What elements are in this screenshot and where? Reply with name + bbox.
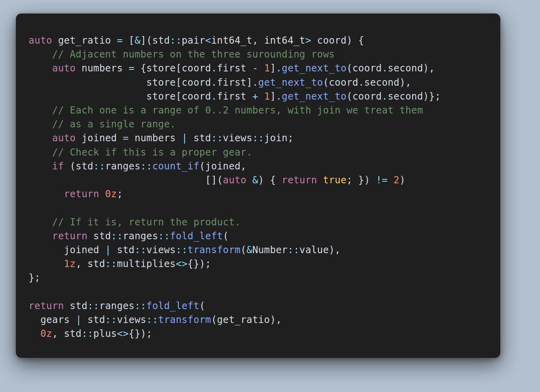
op: - (252, 62, 258, 74)
indent (29, 188, 64, 200)
op: & (135, 35, 141, 46)
op: . (276, 62, 282, 74)
number: 2 (393, 174, 399, 186)
txt: (get_ratio), (211, 314, 282, 325)
comment: // If it is, return the product. (52, 216, 241, 228)
keyword-auto: auto (52, 132, 75, 144)
number: 0z (40, 328, 52, 339)
number: 1 (264, 90, 270, 102)
txt: join; (264, 132, 293, 144)
keyword-return: return (64, 188, 99, 200)
op: <> (117, 328, 129, 339)
op: & (252, 174, 258, 186)
fn: transform (158, 314, 211, 325)
indent (29, 258, 64, 269)
txt: std (81, 314, 105, 325)
txt: ] (270, 90, 276, 102)
comment: // as a single range. (52, 118, 176, 130)
txt: Number (252, 244, 287, 256)
space (99, 188, 105, 200)
txt: ](std (141, 35, 170, 46)
indent (29, 132, 52, 144)
op: + (252, 90, 258, 102)
op: . (252, 77, 258, 88)
txt: ; (117, 188, 123, 200)
space (317, 174, 323, 186)
op: :: (135, 244, 147, 256)
txt: std (64, 300, 87, 311)
op: :: (170, 35, 182, 46)
txt: coord) { (311, 35, 364, 46)
op: | (182, 132, 188, 144)
literal-true: true (323, 174, 346, 186)
keyword-auto: auto (223, 174, 246, 186)
txt: {}); (129, 328, 152, 339)
type: int64_t (264, 35, 305, 46)
txt: ranges (123, 230, 158, 242)
op: = (117, 35, 123, 46)
op: . (382, 90, 388, 102)
txt: multiplies (117, 258, 176, 269)
op: . (358, 77, 364, 88)
keyword-return: return (282, 174, 317, 186)
op: . (211, 90, 217, 102)
number: 0z (105, 188, 117, 200)
op: :: (158, 230, 170, 242)
txt: ; }) (347, 174, 376, 186)
indent (29, 62, 52, 74)
op: :: (211, 132, 223, 144)
op: :: (287, 244, 299, 256)
txt: second)}; (388, 90, 441, 102)
op: . (211, 62, 217, 74)
txt: store[coord (29, 90, 211, 102)
space (258, 90, 264, 102)
fn: get_next_to (258, 77, 323, 88)
type: int64_t (211, 35, 253, 46)
txt: ( (199, 300, 205, 311)
op: != (376, 174, 388, 186)
txt: {}); (187, 258, 211, 269)
fn: get_next_to (282, 62, 347, 74)
op: :: (93, 160, 105, 172)
keyword-auto: auto (52, 62, 75, 74)
txt: ] (270, 62, 276, 74)
txt: (coord (347, 62, 382, 74)
op: :: (81, 328, 93, 339)
txt: , std (76, 258, 105, 269)
txt: first] (217, 77, 253, 88)
number: 1z (64, 258, 76, 269)
indent (29, 146, 52, 158)
txt: views (147, 244, 176, 256)
txt: pair (182, 35, 205, 46)
op: . (211, 77, 217, 88)
txt: ) (399, 174, 405, 186)
txt: (std (64, 160, 93, 172)
op: :: (176, 244, 188, 256)
code-block: auto get_ratio = [&](std::pair<int64_t, … (29, 33, 488, 340)
txt: second), (364, 77, 411, 88)
keyword-auto: auto (29, 35, 52, 46)
txt: plus (93, 328, 117, 339)
txt: ranges (105, 160, 141, 172)
txt: (coord (347, 90, 382, 102)
fn: transform (187, 244, 240, 256)
txt: , std (52, 328, 81, 339)
txt: ( (241, 244, 247, 256)
txt: {store[coord (135, 62, 211, 74)
op: :: (141, 160, 152, 172)
txt: []( (29, 174, 223, 186)
op: & (247, 244, 253, 256)
op: . (276, 90, 282, 102)
txt: , (252, 35, 258, 46)
txt: }; (29, 272, 40, 283)
fn: fold_left (147, 300, 199, 311)
txt: ranges (99, 300, 135, 311)
ident: joined (76, 132, 123, 144)
code-card: auto get_ratio = [&](std::pair<int64_t, … (16, 13, 500, 358)
number: 1 (264, 62, 270, 74)
op: :: (87, 300, 99, 311)
op: <> (176, 258, 188, 269)
keyword-return: return (52, 230, 87, 242)
op: . (382, 62, 388, 74)
op: :: (147, 314, 158, 325)
